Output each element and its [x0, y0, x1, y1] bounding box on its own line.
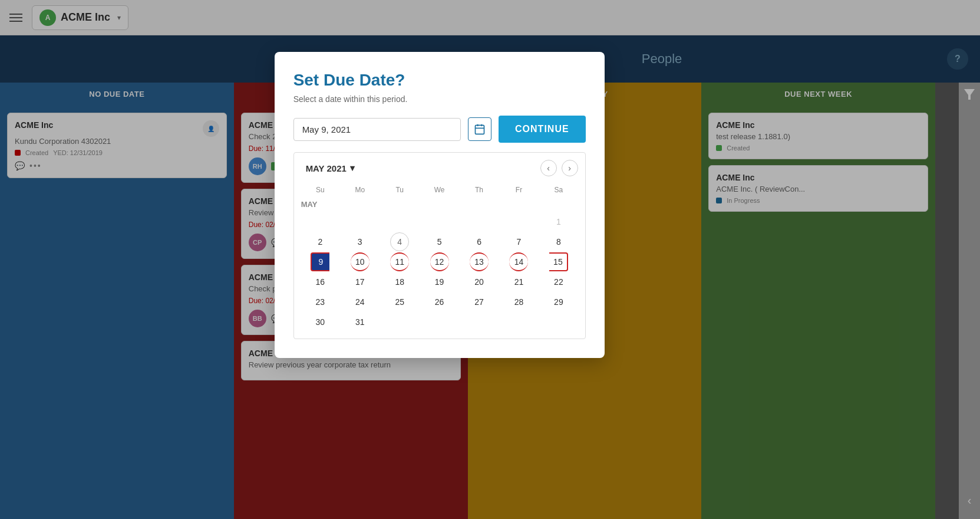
calendar-navigation: ‹ ›: [540, 160, 578, 176]
cal-cell-empty: [390, 212, 409, 231]
modal-title: Set Due Date?: [293, 71, 586, 90]
cal-day-31[interactable]: 31: [351, 313, 369, 331]
cal-day-12[interactable]: 12: [430, 252, 449, 271]
cal-day-28[interactable]: 28: [509, 293, 528, 311]
chevron-down-icon: ▾: [350, 163, 355, 173]
month-section-label: MAY: [301, 198, 578, 211]
cal-day-27[interactable]: 27: [470, 293, 489, 311]
cal-day-3[interactable]: 3: [351, 232, 369, 251]
month-label: MAY 2021: [306, 163, 347, 173]
set-due-date-modal: Set Due Date? Select a date within this …: [275, 52, 605, 358]
cal-day-2[interactable]: 2: [311, 232, 329, 251]
day-header-sun: Su: [301, 183, 339, 196]
day-header-sat: Sa: [539, 183, 578, 196]
calendar-icon-button[interactable]: [468, 117, 491, 141]
cal-day-20[interactable]: 20: [470, 272, 489, 291]
day-header-fri: Fr: [500, 183, 538, 196]
day-header-tue: Tu: [380, 183, 418, 196]
cal-day-13[interactable]: 13: [470, 252, 489, 271]
calendar-dropdown: MAY 2021 ▾ ‹ › Su Mo Tu We Th Fr Sa MAY: [293, 152, 586, 339]
cal-cell-empty: [390, 313, 409, 331]
cal-day-25[interactable]: 25: [390, 293, 409, 311]
cal-cell-empty: [470, 212, 489, 231]
modal-overlay[interactable]: Set Due Date? Select a date within this …: [0, 0, 980, 519]
cal-cell-empty: [509, 313, 528, 331]
cal-day-29[interactable]: 29: [549, 293, 568, 311]
cal-day-30[interactable]: 30: [311, 313, 329, 331]
prev-month-button[interactable]: ‹: [540, 160, 557, 176]
cal-day-11[interactable]: 11: [390, 252, 409, 271]
cal-day-14[interactable]: 14: [509, 252, 528, 271]
cal-day-10[interactable]: 10: [351, 252, 369, 271]
cal-day-26[interactable]: 26: [430, 293, 449, 311]
cal-cell-empty: [470, 313, 489, 331]
cal-day-21[interactable]: 21: [509, 272, 528, 291]
cal-day-17[interactable]: 17: [351, 272, 369, 291]
cal-day-8[interactable]: 8: [549, 232, 568, 251]
date-input-row: CONTINUE: [293, 116, 586, 143]
cal-day-1[interactable]: 1: [549, 212, 568, 231]
cal-day-9[interactable]: 9: [311, 252, 329, 271]
cal-cell-empty: [430, 313, 449, 331]
cal-day-19[interactable]: 19: [430, 272, 449, 291]
cal-day-5[interactable]: 5: [430, 232, 449, 251]
cal-day-7[interactable]: 7: [509, 232, 528, 251]
svg-rect-1: [476, 125, 484, 134]
next-month-button[interactable]: ›: [562, 160, 578, 176]
calendar-header: MAY 2021 ▾ ‹ ›: [301, 160, 578, 176]
continue-button[interactable]: CONTINUE: [499, 116, 586, 143]
cal-day-15[interactable]: 15: [549, 252, 568, 271]
cal-cell-empty: [509, 212, 528, 231]
day-header-thu: Th: [460, 183, 498, 196]
modal-subtitle: Select a date within this period.: [293, 94, 586, 104]
cal-day-16[interactable]: 16: [311, 272, 329, 291]
cal-day-23[interactable]: 23: [311, 293, 329, 311]
cal-cell-empty: [351, 212, 369, 231]
cal-cell-empty: [549, 313, 568, 331]
day-header-wed: We: [420, 183, 458, 196]
date-input[interactable]: [293, 118, 461, 141]
cal-day-4[interactable]: 4: [390, 232, 409, 251]
day-header-mon: Mo: [341, 183, 379, 196]
cal-cell-empty: [311, 212, 329, 231]
cal-day-18[interactable]: 18: [390, 272, 409, 291]
cal-cell-empty: [430, 212, 449, 231]
cal-day-22[interactable]: 22: [549, 272, 568, 291]
month-selector-button[interactable]: MAY 2021 ▾: [301, 160, 359, 176]
calendar-grid: Su Mo Tu We Th Fr Sa MAY 1 2 3: [301, 183, 578, 331]
cal-day-6[interactable]: 6: [470, 232, 489, 251]
cal-day-24[interactable]: 24: [351, 293, 369, 311]
